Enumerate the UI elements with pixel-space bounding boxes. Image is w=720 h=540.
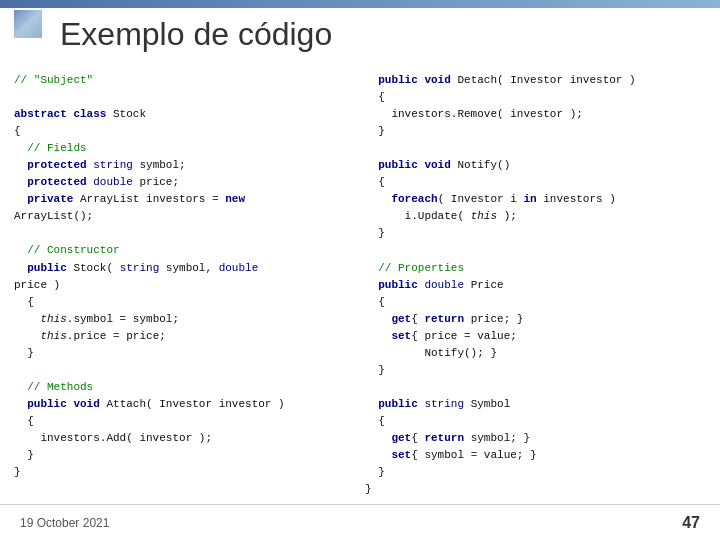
slide-page: 47 — [682, 514, 700, 532]
slide-container: Exemplo de código // "Subject" abstract … — [0, 0, 720, 540]
code-area: // "Subject" abstract class Stock { // F… — [14, 72, 706, 500]
code-left: // "Subject" abstract class Stock { // F… — [14, 72, 355, 500]
bottom-bar: 19 October 2021 47 — [0, 504, 720, 540]
top-bar — [0, 0, 720, 8]
code-right: public void Detach( Investor investor ) … — [365, 72, 706, 500]
slide-title: Exemplo de código — [60, 16, 332, 53]
logo-box — [14, 10, 42, 38]
slide-date: 19 October 2021 — [20, 516, 109, 530]
